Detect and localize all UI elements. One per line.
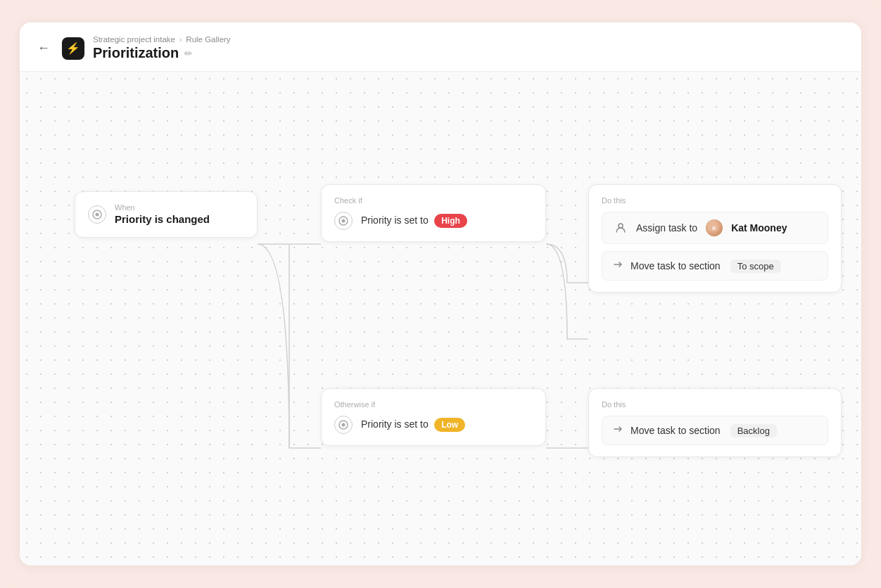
assign-text: Assign task to [636,222,697,234]
otherwise-label: Otherwise if [334,400,533,409]
arrow-right-icon-2 [612,423,623,437]
otherwise-content: Priority is set to Low [361,418,465,432]
low-badge: Low [434,418,465,432]
when-card[interactable]: When Priority is changed [75,191,258,238]
breadcrumb-gallery[interactable]: Rule Gallery [186,35,230,44]
check-content: Priority is set to High [361,214,467,228]
otherwise-icon [334,416,353,434]
move-section-action-2[interactable]: Move task to section Backlog [602,416,828,445]
do-this-actions-2: Move task to section Backlog [602,416,828,445]
check-text: Priority is set to [361,215,429,226]
otherwise-text: Priority is set to [361,418,429,430]
back-button[interactable]: ← [34,39,53,58]
breadcrumb: Strategic project intake › Rule Gallery [93,35,231,44]
do-this-actions-1: Assign task to K Kat Mooney [602,212,828,281]
when-label: When [115,203,210,212]
arrow-right-icon [612,259,623,273]
when-card-inner: When Priority is changed [88,203,244,226]
breadcrumb-project[interactable]: Strategic project intake [93,35,175,44]
assignee-name: Kat Mooney [731,222,787,234]
app-container: ← ⚡ Strategic project intake › Rule Gall… [0,0,881,588]
avatar: K [706,219,723,236]
section-pill-2: Backlog [730,424,777,437]
breadcrumb-arrow: › [179,36,182,44]
connectors [20,72,861,565]
edit-icon[interactable]: ✏ [184,48,193,59]
check-label: Check if [334,196,533,205]
do-this-card-1: Do this Assign task to [588,184,842,293]
do-this-label-1: Do this [602,196,828,205]
page-title: Prioritization [93,45,179,61]
check-card-inner: Priority is set to High [334,212,533,230]
svg-point-7 [619,224,623,228]
person-icon [612,219,629,236]
rule-icon: ⚡ [62,37,84,60]
assign-action[interactable]: Assign task to K Kat Mooney [602,212,828,244]
rule-canvas: When Priority is changed Check if [20,72,861,565]
check-if-card[interactable]: Check if Priority is set to High [321,184,546,242]
svg-point-2 [96,213,99,217]
header: ← ⚡ Strategic project intake › Rule Gall… [20,23,861,72]
svg-point-6 [342,423,346,427]
otherwise-card-inner: Priority is set to Low [334,416,533,434]
section-pill-1: To scope [730,260,781,273]
move-text-1: Move task to section [630,260,721,271]
move-text-2: Move task to section [630,425,721,436]
when-title: Priority is changed [115,213,210,226]
check-icon [334,212,353,230]
move-section-action-1[interactable]: Move task to section To scope [602,251,828,281]
when-icon [88,205,106,224]
do-this-label-2: Do this [602,400,828,409]
when-card-text: When Priority is changed [115,203,210,226]
otherwise-if-card[interactable]: Otherwise if Priority is set to Low [321,388,546,446]
do-this-card-2: Do this Move task to section Backlog [588,388,842,457]
header-text: Strategic project intake › Rule Gallery … [93,35,231,61]
main-panel: ← ⚡ Strategic project intake › Rule Gall… [20,23,861,565]
avatar-image: K [706,219,723,236]
title-row: Prioritization ✏ [93,45,231,61]
high-badge: High [434,214,467,228]
svg-point-4 [342,219,346,223]
